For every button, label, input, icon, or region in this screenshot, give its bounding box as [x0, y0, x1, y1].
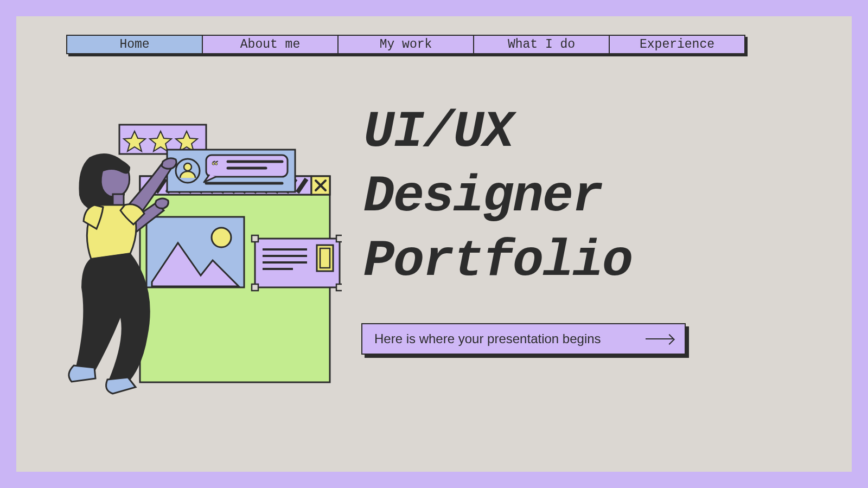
title-line-3: Portfolio [363, 232, 632, 291]
svg-rect-32 [336, 235, 342, 242]
nav-work[interactable]: My work [339, 36, 474, 53]
svg-rect-34 [336, 284, 342, 291]
hero-title: UI/UX Designer Portfolio [363, 100, 632, 293]
title-line-1: UI/UX [363, 103, 513, 162]
title-line-2: Designer [363, 168, 602, 226]
arrow-right-icon [646, 338, 673, 339]
svg-rect-23 [206, 155, 288, 177]
svg-rect-31 [252, 235, 258, 242]
hero-illustration: “ [49, 103, 342, 396]
nav-about[interactable]: About me [203, 36, 339, 53]
subtitle-text: Here is where your presentation begins [374, 331, 601, 346]
slide-canvas: Home About me My work What I do Experien… [16, 16, 852, 472]
svg-rect-33 [252, 284, 258, 291]
svg-text:“: “ [212, 158, 218, 172]
nav-home[interactable]: Home [67, 36, 203, 53]
svg-point-22 [184, 163, 192, 171]
nav-what-i-do[interactable]: What I do [474, 36, 610, 53]
subtitle-button[interactable]: Here is where your presentation begins [361, 323, 686, 355]
top-nav: Home About me My work What I do Experien… [66, 35, 745, 54]
svg-point-29 [212, 228, 231, 247]
nav-experience[interactable]: Experience [610, 36, 744, 53]
